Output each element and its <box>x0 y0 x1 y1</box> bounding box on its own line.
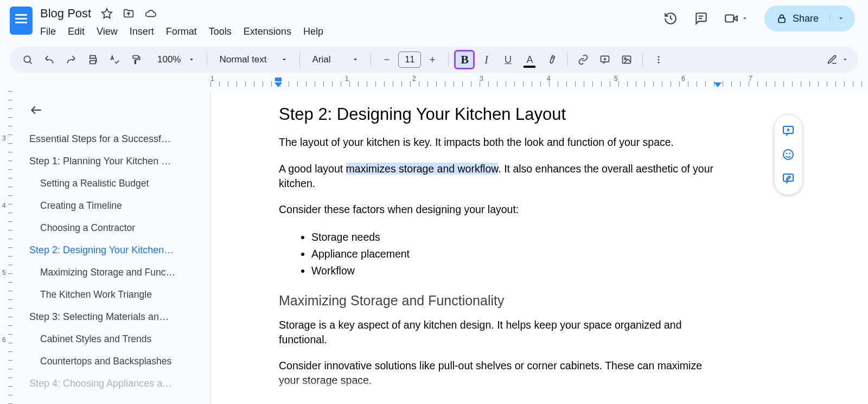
suggest-edits-button[interactable] <box>777 168 799 189</box>
more-tools-button[interactable] <box>648 50 669 69</box>
menu-file[interactable]: File <box>40 26 56 37</box>
paragraph[interactable]: Consider these factors when designing yo… <box>279 202 720 217</box>
paragraph[interactable]: Remember, a well-planned kitchen can mak… <box>279 400 720 404</box>
svg-marker-14 <box>190 59 193 61</box>
outline-item[interactable]: Step 1: Planning Your Kitchen … <box>29 150 203 172</box>
editing-mode-button[interactable] <box>827 54 851 65</box>
list-item[interactable]: Storage needs <box>311 229 720 246</box>
ruler-left-indent-marker[interactable] <box>275 82 282 87</box>
svg-rect-6 <box>778 18 785 22</box>
share-button[interactable]: Share <box>764 5 855 31</box>
svg-marker-16 <box>354 59 357 61</box>
add-comment-pill-button[interactable] <box>777 120 799 142</box>
document-title[interactable]: Blog Post <box>40 7 91 21</box>
menu-insert[interactable]: Insert <box>130 26 154 37</box>
star-icon[interactable] <box>101 8 113 20</box>
insert-link-button[interactable] <box>573 50 593 69</box>
separator <box>448 53 449 67</box>
outline-item[interactable]: Countertops and Backsplashes <box>29 350 203 373</box>
share-label: Share <box>793 13 819 24</box>
outline-item[interactable]: Cabinet Styles and Trends <box>29 328 203 350</box>
menu-help[interactable]: Help <box>303 26 323 37</box>
font-value: Arial <box>312 54 330 65</box>
bold-button[interactable]: B <box>454 50 475 69</box>
search-icon[interactable] <box>17 50 38 69</box>
highlight-color-button[interactable] <box>541 50 561 69</box>
menu-extensions[interactable]: Extensions <box>244 26 291 37</box>
highlighted-text[interactable]: maximizes storage and workflow <box>346 163 499 175</box>
menu-format[interactable]: Format <box>166 26 197 37</box>
print-button[interactable] <box>82 50 103 69</box>
separator <box>207 53 207 67</box>
increase-font-size-button[interactable] <box>422 50 443 69</box>
meet-icon[interactable] <box>724 11 748 25</box>
svg-point-33 <box>783 150 793 159</box>
svg-point-34 <box>787 153 787 154</box>
menu-tools[interactable]: Tools <box>209 26 232 37</box>
docs-icon[interactable] <box>10 7 33 35</box>
comments-icon[interactable] <box>694 11 708 25</box>
share-caret-icon[interactable] <box>829 15 844 22</box>
move-icon[interactable] <box>123 8 135 20</box>
svg-rect-23 <box>623 56 631 63</box>
decrease-font-size-button[interactable] <box>376 50 397 69</box>
chevron-down-icon <box>842 56 848 63</box>
menu-view[interactable]: View <box>97 26 118 37</box>
svg-marker-15 <box>283 59 286 61</box>
svg-point-24 <box>624 58 626 60</box>
add-emoji-reaction-button[interactable] <box>777 144 799 165</box>
outline-item[interactable]: Maximizing Storage and Func… <box>29 261 203 284</box>
spellcheck-button[interactable] <box>104 50 125 69</box>
horizontal-ruler[interactable]: 1 1 2 3 4 5 6 7 <box>210 75 868 91</box>
outline-back-button[interactable] <box>29 103 203 117</box>
redo-button[interactable] <box>61 50 81 69</box>
heading-2[interactable]: Step 2: Designing Your Kitchen Layout <box>279 103 720 126</box>
list-item[interactable]: Workflow <box>311 262 720 279</box>
paragraph-style-value: Normal text <box>219 54 266 65</box>
add-comment-button[interactable] <box>595 50 615 69</box>
svg-point-26 <box>658 59 660 61</box>
svg-rect-11 <box>90 61 95 64</box>
outline-item[interactable]: Setting a Realistic Budget <box>29 172 203 195</box>
separator <box>567 53 567 67</box>
ruler-first-indent-marker[interactable] <box>275 78 282 81</box>
paragraph[interactable]: Consider innovative solutions like pull-… <box>279 358 720 388</box>
italic-button[interactable]: I <box>476 50 496 69</box>
document-page[interactable]: Step 2: Designing Your Kitchen Layout Th… <box>210 91 868 404</box>
svg-rect-13 <box>133 56 138 59</box>
text-color-button[interactable]: A <box>519 50 540 69</box>
font-select[interactable]: Arial <box>305 54 365 65</box>
svg-rect-3 <box>725 15 733 22</box>
heading-3[interactable]: Maximizing Storage and Functionality <box>279 291 720 310</box>
zoom-select[interactable]: 100% <box>148 54 201 65</box>
menu-bar: File Edit View Insert Format Tools Exten… <box>40 26 323 37</box>
outline-item[interactable]: Creating a Timeline <box>29 195 203 217</box>
menu-edit[interactable]: Edit <box>68 26 85 37</box>
underline-button[interactable]: U <box>497 50 518 69</box>
paint-format-button[interactable] <box>126 50 146 69</box>
font-size-input[interactable]: 11 <box>398 52 421 68</box>
chevron-down-icon <box>188 56 195 63</box>
ruler-right-indent-marker[interactable] <box>714 82 722 87</box>
paragraph-style-select[interactable]: Normal text <box>213 54 294 65</box>
svg-point-25 <box>658 56 660 57</box>
outline-item[interactable]: Essential Steps for a Successf… <box>29 128 203 150</box>
svg-line-9 <box>29 61 31 63</box>
lock-icon <box>776 13 787 24</box>
vertical-ruler[interactable]: 3 4 5 6 <box>0 91 13 404</box>
paragraph[interactable]: Storage is a key aspect of any kitchen d… <box>279 318 720 347</box>
cloud-status-icon[interactable] <box>144 8 157 20</box>
outline-item[interactable]: Step 3: Selecting Materials an… <box>29 306 203 328</box>
undo-button[interactable] <box>39 50 60 69</box>
outline-item[interactable]: Choosing a Contractor <box>29 217 203 239</box>
paragraph[interactable]: The layout of your kitchen is key. It im… <box>279 135 720 150</box>
insert-image-button[interactable] <box>616 50 637 69</box>
bullet-list[interactable]: Storage needs Appliance placement Workfl… <box>311 229 720 279</box>
outline-item[interactable]: The Kitchen Work Triangle <box>29 284 203 306</box>
outline-item[interactable]: Step 2: Designing Your Kitchen… <box>29 239 203 261</box>
outline-item[interactable]: Step 4: Choosing Appliances a… <box>29 373 203 395</box>
paragraph[interactable]: A good layout maximizes storage and work… <box>279 162 720 191</box>
history-icon[interactable] <box>663 11 678 25</box>
list-item[interactable]: Appliance placement <box>311 246 720 262</box>
document-outline: Essential Steps for a Successf…Step 1: P… <box>13 91 210 404</box>
